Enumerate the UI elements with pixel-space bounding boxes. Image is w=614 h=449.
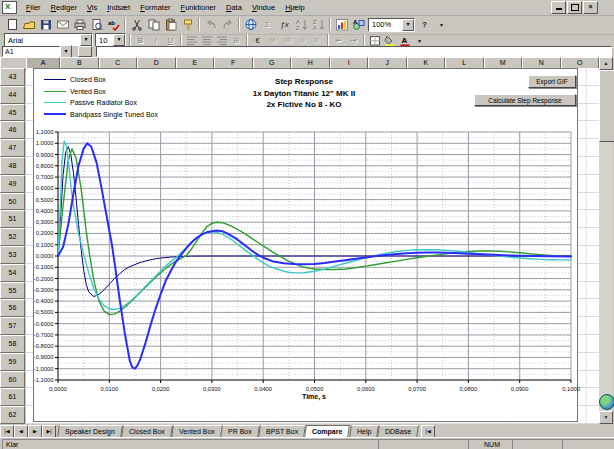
scroll-down-icon[interactable]: ▼ [599,411,613,424]
save-button[interactable] [37,17,54,32]
undo-button[interactable] [202,17,219,32]
row-header-43[interactable]: 43 [0,68,25,86]
mail-icon [56,18,70,31]
font-color-button[interactable]: A [397,35,412,46]
menu-vis[interactable]: Vis [82,2,102,13]
autosum-button[interactable]: Σ [259,17,276,32]
row-header-60[interactable]: 60 [0,371,25,389]
zoom-combo[interactable]: 100%▾ [368,18,415,32]
vertical-scrollbar[interactable]: ▲ ▼ [599,57,613,424]
minimize-button[interactable] [551,1,566,14]
sort-descending-button[interactable]: ZA [310,17,327,32]
chevron-down-icon[interactable]: ▾ [402,19,414,31]
row-header-59[interactable]: 59 [0,353,25,371]
row-header-54[interactable]: 54 [0,264,25,282]
row-header-62[interactable]: 62 [0,406,25,424]
decrease-indent-button[interactable]: ⇤ [331,35,346,46]
font-name-combo[interactable]: Arial▾ [4,33,93,47]
paste-button[interactable] [162,17,179,32]
sort-ascending-button[interactable]: AZ [293,17,310,32]
toolbar-options-button[interactable]: ▾ [433,17,450,32]
row-header-47[interactable]: 47 [0,139,25,157]
underline-button[interactable]: U [163,35,178,46]
row-header-51[interactable]: 51 [0,210,25,228]
row-header-53[interactable]: 53 [0,246,25,264]
chart-wizard-button[interactable] [333,17,350,32]
menu-hjælp[interactable]: Hjælp [280,2,310,13]
row-header-48[interactable]: 48 [0,157,25,175]
hyperlink-button[interactable] [242,17,259,32]
row-header-46[interactable]: 46 [0,121,25,139]
percent-button[interactable]: % [265,35,280,46]
mail-button[interactable] [54,17,71,32]
bold-button[interactable]: B [133,35,148,46]
increase-indent-button[interactable]: ⇥ [346,35,361,46]
svg-text:-0,8000: -0,8000 [34,343,54,349]
redo-button[interactable] [219,17,236,32]
menu-vindue[interactable]: Vindue [247,2,280,13]
spelling-button[interactable]: ab [105,17,122,32]
copy-icon [147,18,161,31]
increase-decimal-button[interactable]: ,0 [295,35,310,46]
row-header-49[interactable]: 49 [0,175,25,193]
svg-text:1,1000: 1,1000 [36,129,54,135]
formula-input[interactable] [96,46,612,57]
svg-text:0,7000: 0,7000 [36,174,54,180]
row-header-58[interactable]: 58 [0,335,25,353]
menu-filer[interactable]: Filer [21,2,46,13]
row-header-44[interactable]: 44 [0,86,25,104]
chevron-down-icon[interactable]: ▾ [113,34,125,46]
insert-function-button[interactable]: ƒx [276,17,293,32]
menu-indsæt[interactable]: Indsæt [102,2,135,13]
row-header-57[interactable]: 57 [0,317,25,335]
currency-button[interactable]: € [250,35,265,46]
row-header-61[interactable]: 61 [0,388,25,406]
menu-data[interactable]: Data [221,2,247,13]
new-button[interactable] [3,17,20,32]
chevron-down-icon[interactable]: ▾ [80,34,92,46]
format-painter-icon [181,18,195,31]
font-size-combo-value: 10 [99,36,107,45]
close-button[interactable]: × [583,1,598,14]
name-box[interactable]: A1 [2,46,60,57]
align-center-button[interactable] [199,35,214,46]
help-button[interactable]: ? [416,17,433,32]
merge-and-center-button[interactable]: ⊞ [229,35,244,46]
print-preview-button[interactable] [88,17,105,32]
menu-funktioner[interactable]: Funktioner [176,2,221,13]
borders-button[interactable] [367,35,382,46]
align-right-button[interactable] [214,35,229,46]
vertical-scrollbar-thumb[interactable] [599,70,614,142]
redo-icon [221,18,235,31]
italic-button[interactable]: I [148,35,163,46]
row-header-55[interactable]: 55 [0,282,25,300]
font-size-combo[interactable]: 10▾ [95,33,126,47]
edit-formula-button[interactable] [78,46,92,57]
align-left-button[interactable] [184,35,199,46]
save-icon [39,18,53,31]
toolbar-separator [180,34,182,47]
drawing-button[interactable]: A [350,17,367,32]
copy-button[interactable] [145,17,162,32]
scroll-up-icon[interactable]: ▲ [599,57,613,70]
print-button[interactable] [71,17,88,32]
restore-button[interactable] [567,1,582,14]
menu-formater[interactable]: Formater [135,2,175,13]
format-painter-button[interactable] [179,17,196,32]
cut-button[interactable] [128,17,145,32]
svg-text:-0,7000: -0,7000 [34,332,54,338]
row-header-52[interactable]: 52 [0,228,25,246]
row-header-45[interactable]: 45 [0,104,25,122]
open-button[interactable] [20,17,37,32]
comma-style-button[interactable]: 00 [280,35,295,46]
print-icon [73,18,87,31]
open-icon [22,18,36,31]
row-header-50[interactable]: 50 [0,193,25,211]
toolbar-options-button[interactable]: ▾ [412,35,427,46]
decrease-decimal-button[interactable]: 0, [310,35,325,46]
chart-object[interactable]: Closed BoxVented BoxPassive Radiator Box… [33,68,578,422]
menu-rediger[interactable]: Rediger [46,2,82,13]
fill-color-button[interactable] [382,35,397,46]
row-header-56[interactable]: 56 [0,299,25,317]
svg-text:0,9000: 0,9000 [36,152,54,158]
